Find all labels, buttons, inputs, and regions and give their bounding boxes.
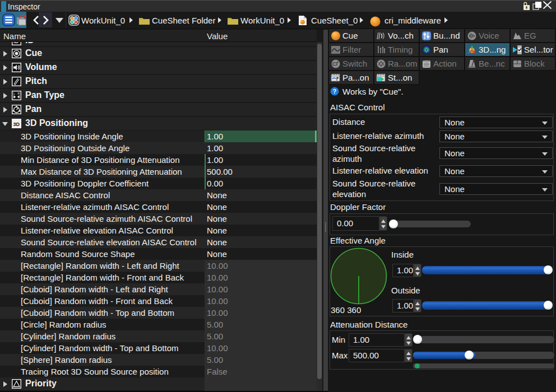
svg-text:L: L xyxy=(13,92,15,95)
svg-text:3D: 3D xyxy=(13,122,20,127)
svg-text:ID: ID xyxy=(13,42,19,44)
svg-text:?: ? xyxy=(333,88,337,95)
svg-text:R: R xyxy=(18,92,20,95)
